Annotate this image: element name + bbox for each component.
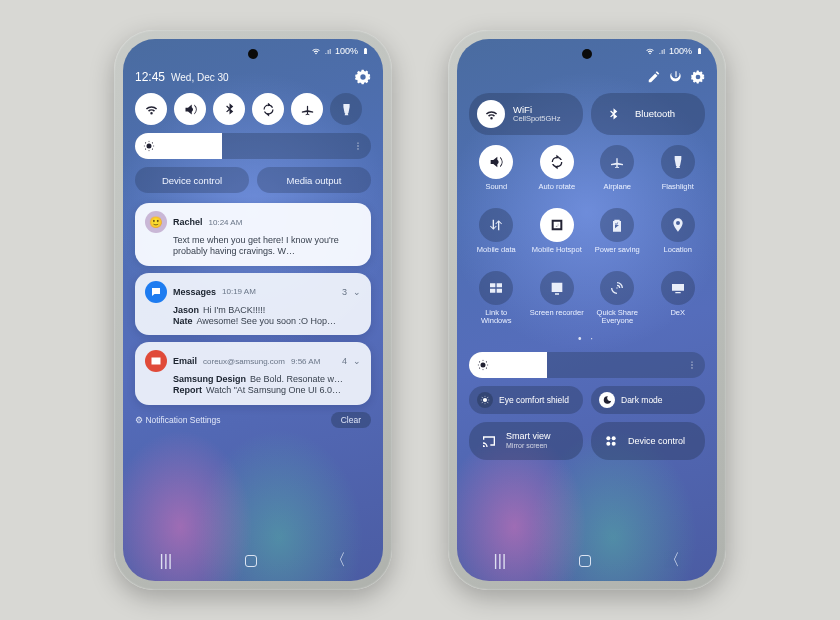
battery-pct: 100% [335, 46, 358, 56]
nav-home[interactable] [245, 555, 257, 567]
notif-time: 10:19 AM [222, 287, 256, 296]
slider-more-icon[interactable] [353, 141, 363, 151]
sun-icon [143, 140, 155, 152]
camera-hole [582, 49, 592, 59]
edit-icon[interactable] [647, 70, 661, 84]
qs-flashlight[interactable] [330, 93, 362, 125]
nav-recents[interactable]: ||| [494, 552, 506, 570]
qs-auto-rotate[interactable] [252, 93, 284, 125]
tile-bluetooth[interactable]: Bluetooth [591, 93, 705, 135]
tile-wifi[interactable]: WiFiCellSpot5GHz [469, 93, 583, 135]
brightness-slider[interactable] [135, 133, 371, 159]
qs-wifi[interactable] [135, 93, 167, 125]
screen-left: .ıl 100% 12:45 Wed, Dec 30 [123, 39, 383, 581]
grid-auto-rotate[interactable]: Auto rotate [530, 145, 585, 198]
settings-icon[interactable] [691, 70, 705, 84]
phone-right: .ıl 100% WiFiCellSpot5GHz Bluetooth [448, 30, 726, 590]
notif-time: 9:56 AM [291, 357, 320, 366]
battery-pct: 100% [669, 46, 692, 56]
notification-messages[interactable]: Messages 10:19 AM 3 ⌄ JasonHi I'm BACK!!… [135, 273, 371, 336]
messages-icon [145, 281, 167, 303]
nav-back[interactable]: 〈 [664, 550, 680, 571]
card-smart-view[interactable]: Smart view Mirror screen [469, 422, 583, 460]
toggle-dark-mode[interactable]: Dark mode [591, 386, 705, 414]
signal-text: .ıl [659, 47, 665, 56]
nav-bar: ||| 〈 [123, 550, 383, 571]
clock-time: 12:45 [135, 70, 165, 84]
grid-mobile-data[interactable]: Mobile data [469, 208, 524, 261]
card-device-control[interactable]: Device control [591, 422, 705, 460]
grid-airplane[interactable]: Airplane [590, 145, 645, 198]
grid-dex[interactable]: DeX [651, 271, 706, 325]
notif-body: Text me when you get here! I know you're… [173, 235, 361, 258]
media-output-pill[interactable]: Media output [257, 167, 371, 193]
screen-right: .ıl 100% WiFiCellSpot5GHz Bluetooth [457, 39, 717, 581]
wifi-status-icon [645, 46, 655, 56]
nav-home[interactable] [579, 555, 591, 567]
signal-text: .ıl [325, 47, 331, 56]
slider-more-icon[interactable] [687, 360, 697, 370]
grid-flashlight[interactable]: Flashlight [651, 145, 706, 198]
clear-button[interactable]: Clear [331, 412, 371, 428]
nav-recents[interactable]: ||| [160, 552, 172, 570]
grid-power-saving[interactable]: Power saving [590, 208, 645, 261]
grid-mobile-hotspot[interactable]: Mobile Hotspot [530, 208, 585, 261]
power-icon[interactable] [669, 70, 683, 84]
nav-back[interactable]: 〈 [330, 550, 346, 571]
quick-grid: Sound Auto rotate Airplane Flashlight Mo… [469, 145, 705, 325]
status-bar: .ıl 100% [311, 46, 369, 56]
status-bar: .ıl 100% [645, 46, 703, 56]
nav-bar: ||| 〈 [457, 550, 717, 571]
panel-header: 12:45 Wed, Dec 30 [135, 67, 371, 87]
settings-icon[interactable] [355, 69, 371, 85]
grid-link-windows[interactable]: Link to Windows [469, 271, 524, 325]
notif-count: 3 [342, 287, 347, 297]
notification-settings-link[interactable]: ⚙ Notification Settings [135, 415, 221, 425]
notif-time: 10:24 AM [209, 218, 243, 227]
sun-icon [477, 359, 489, 371]
device-control-pill[interactable]: Device control [135, 167, 249, 193]
qs-airplane[interactable] [291, 93, 323, 125]
battery-icon [362, 46, 369, 56]
avatar-icon: 🙂 [145, 211, 167, 233]
notification-email[interactable]: Email coreux@samsung.com 9:56 AM 4 ⌄ Sam… [135, 342, 371, 405]
notif-app: Messages [173, 287, 216, 297]
notif-app: Email [173, 356, 197, 366]
notif-sender: Rachel [173, 217, 203, 227]
notification-rachel[interactable]: 🙂 Rachel 10:24 AM Text me when you get h… [135, 203, 371, 266]
notif-addr: coreux@samsung.com [203, 357, 285, 366]
camera-hole [248, 49, 258, 59]
qs-bluetooth[interactable] [213, 93, 245, 125]
grid-location[interactable]: Location [651, 208, 706, 261]
page-indicator[interactable]: • · [469, 333, 705, 344]
quick-settings-row [135, 93, 371, 125]
grid-screen-recorder[interactable]: Screen recorder [530, 271, 585, 325]
qs-sound[interactable] [174, 93, 206, 125]
battery-icon [696, 46, 703, 56]
toggle-eye-comfort[interactable]: Eye comfort shield [469, 386, 583, 414]
clock-date: Wed, Dec 30 [171, 72, 229, 83]
brightness-slider[interactable] [469, 352, 705, 378]
grid-quick-share[interactable]: Quick Share Everyone [590, 271, 645, 325]
notif-count: 4 [342, 356, 347, 366]
email-icon [145, 350, 167, 372]
grid-sound[interactable]: Sound [469, 145, 524, 198]
phone-left: .ıl 100% 12:45 Wed, Dec 30 [114, 30, 392, 590]
wifi-status-icon [311, 46, 321, 56]
